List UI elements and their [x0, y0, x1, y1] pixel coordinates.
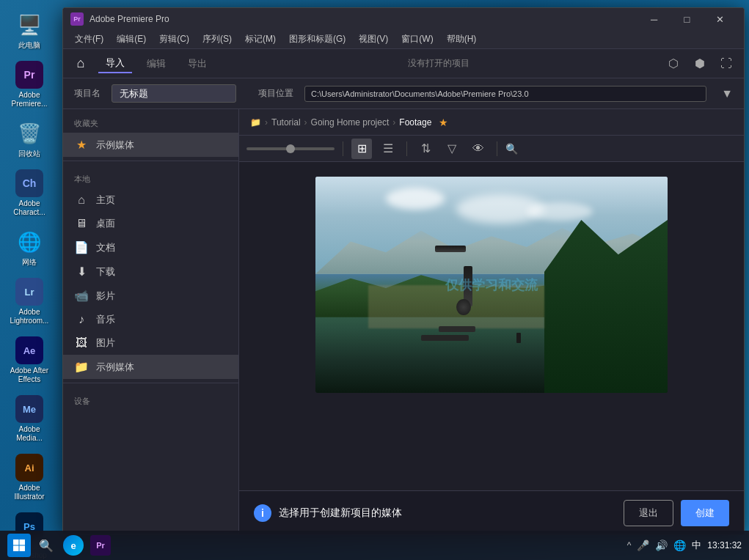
visibility-button[interactable]: 👁	[468, 139, 489, 159]
sidebar-item-label: 音乐	[96, 313, 115, 326]
desktop-icon-label: 此电脑	[18, 41, 40, 50]
favorite-star-icon[interactable]: ★	[439, 117, 448, 128]
taskview-button[interactable]: e	[62, 534, 85, 557]
sidebar-item-music[interactable]: ♪ 音乐	[63, 308, 238, 331]
desktop-icon-network[interactable]: 🌐 网络	[4, 224, 55, 270]
search-input[interactable]	[522, 144, 737, 154]
tab-edit[interactable]: 编辑	[139, 55, 173, 73]
sidebar-devices-title: 设备	[63, 387, 238, 410]
list-view-button[interactable]: ☰	[378, 139, 398, 159]
sidebar-item-label: 文档	[96, 241, 115, 254]
desktop-icon-premiere[interactable]: Pr Adobe Premiere...	[4, 57, 55, 112]
info-message: i 选择用于创建新项目的媒体	[254, 504, 402, 522]
menu-view[interactable]: 视图(V)	[353, 31, 394, 48]
svg-rect-1	[20, 539, 26, 545]
breadcrumb-going-home[interactable]: Going Home project	[311, 117, 390, 128]
sidebar-item-label: 示例媒体	[96, 139, 134, 152]
sidebar-item-home[interactable]: ⌂ 主页	[63, 188, 238, 212]
sidebar-item-movies[interactable]: 📹 影片	[63, 284, 238, 308]
desktop-icon-recycle[interactable]: 🗑️ 回收站	[4, 116, 55, 162]
desktop-icon-illustrator[interactable]: Ai Adobe Illustrator	[4, 450, 55, 505]
folder-icon: 📁	[74, 360, 89, 374]
download-icon: ⬇	[74, 265, 89, 279]
menu-help[interactable]: 帮助(H)	[441, 31, 483, 48]
taskbar-network-icon[interactable]: 🌐	[673, 539, 686, 551]
breadcrumb-folder-icon[interactable]: 📁	[250, 117, 261, 128]
maximize-button[interactable]: □	[671, 8, 704, 30]
taskbar-caret-icon[interactable]: ^	[627, 540, 632, 550]
svg-rect-2	[13, 546, 19, 552]
bottom-buttons: 退出 创建	[624, 500, 729, 526]
project-bar: 项目名 项目位置 ▼	[63, 78, 744, 109]
grid-view-button[interactable]: ⊞	[351, 139, 372, 159]
close-button[interactable]: ✕	[704, 8, 737, 30]
menu-sequence[interactable]: 序列(S)	[197, 31, 238, 48]
zoom-slider[interactable]	[246, 147, 335, 150]
project-name-label: 项目名	[74, 87, 101, 100]
desktop-icon-charact[interactable]: Ch Adobe Charact...	[4, 166, 55, 221]
home-icon: ⌂	[74, 194, 89, 207]
sidebar-item-label: 图片	[96, 336, 115, 350]
desktop-icon-label: Adobe After Effects	[7, 366, 51, 384]
menu-edit[interactable]: 编辑(E)	[111, 31, 152, 48]
sidebar-divider	[63, 161, 238, 161]
taskbar-lang: 中	[692, 539, 701, 552]
desktop-icon-lightroom[interactable]: Lr Adobe Lightroom...	[4, 274, 55, 329]
save-icon[interactable]: ⬡	[663, 54, 684, 74]
svg-rect-3	[20, 546, 26, 552]
menu-file[interactable]: 文件(F)	[69, 31, 109, 48]
view-controls: ⊞ ☰ ⇅ ▽ 👁 🔍	[239, 136, 744, 162]
picture-icon: 🖼	[74, 336, 89, 350]
share-icon[interactable]: ⬢	[690, 54, 710, 74]
desktop-icon-media[interactable]: Me Adobe Media...	[4, 391, 55, 446]
desktop-icon-aftereffects[interactable]: Ae Adobe After Effects	[4, 333, 55, 388]
sidebar-item-sample-media[interactable]: 📁 示例媒体	[63, 355, 238, 379]
premiere-taskbar-button[interactable]: Pr	[89, 534, 112, 557]
menu-window[interactable]: 窗口(W)	[395, 31, 439, 48]
edge-icon: e	[63, 535, 84, 556]
create-button[interactable]: 创建	[681, 500, 729, 526]
location-dropdown-icon[interactable]: ▼	[721, 87, 733, 100]
breadcrumb-sep-1: ›	[265, 117, 268, 128]
sidebar-item-documents[interactable]: 📄 文档	[63, 235, 238, 259]
view-separator-2	[406, 141, 407, 156]
fullscreen-icon[interactable]: ⛶	[716, 54, 737, 74]
exit-button[interactable]: 退出	[624, 500, 673, 526]
minimize-button[interactable]: ─	[637, 8, 671, 30]
info-text: 选择用于创建新项目的媒体	[279, 506, 402, 520]
home-button[interactable]: ⌂	[70, 54, 91, 74]
taskbar-mic-icon[interactable]: 🎤	[637, 539, 649, 551]
filter-button[interactable]: ▽	[442, 139, 462, 159]
breadcrumb-sep-2: ›	[304, 117, 307, 128]
breadcrumb-footage[interactable]: Footage	[399, 117, 431, 128]
document-icon: 📄	[74, 240, 89, 254]
tab-import[interactable]: 导入	[98, 54, 132, 73]
sort-button[interactable]: ⇅	[415, 139, 436, 159]
search-bar: 🔍	[505, 143, 737, 155]
project-name-input[interactable]	[112, 84, 236, 103]
taskbar-left: 🔍 e Pr	[7, 534, 112, 557]
project-location-input[interactable]	[304, 86, 706, 102]
taskbar-volume-icon[interactable]: 🔊	[655, 539, 668, 551]
sidebar-item-label: 主页	[96, 194, 115, 207]
windows-icon	[7, 534, 31, 557]
content-area: 📁 › Tutorial › Going Home project › Foot…	[239, 109, 744, 534]
desktop-icon-this-pc[interactable]: 🖥️ 此电脑	[4, 7, 55, 54]
svg-rect-0	[13, 539, 19, 545]
media-area[interactable]: 仅供学习和交流	[239, 162, 744, 490]
start-button[interactable]	[7, 534, 31, 557]
search-taskbar-button[interactable]: 🔍	[34, 534, 58, 557]
menu-graphics[interactable]: 图形和标题(G)	[283, 31, 351, 48]
breadcrumb-tutorial[interactable]: Tutorial	[271, 117, 301, 128]
sidebar-item-downloads[interactable]: ⬇ 下载	[63, 259, 238, 284]
toolbar-right: ⬡ ⬢ ⛶	[663, 54, 737, 74]
view-separator-3	[497, 141, 497, 156]
menu-clip[interactable]: 剪辑(C)	[153, 31, 195, 48]
sidebar-item-desktop[interactable]: 🖥 桌面	[63, 212, 238, 235]
sidebar-item-pictures[interactable]: 🖼 图片	[63, 331, 238, 355]
sidebar-item-sample-media-fav[interactable]: ★ 示例媒体	[63, 133, 238, 157]
menu-marker[interactable]: 标记(M)	[239, 31, 282, 48]
desktop-icon-sm: 🖥	[74, 217, 89, 230]
tab-export[interactable]: 导出	[180, 55, 214, 73]
toolbar-nav: ⌂	[70, 54, 91, 74]
